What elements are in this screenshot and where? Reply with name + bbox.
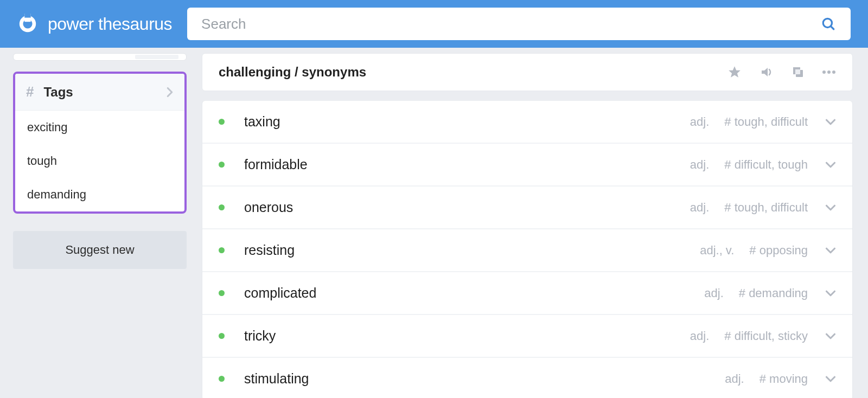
results-list: taxing adj. # tough, difficult formidabl…: [202, 101, 853, 398]
result-word[interactable]: resisting: [244, 242, 700, 258]
chevron-down-icon[interactable]: [825, 204, 836, 211]
chevron-down-icon[interactable]: [825, 247, 836, 254]
result-pos: adj.: [690, 201, 709, 215]
result-row: complicated adj. # demanding: [202, 271, 852, 314]
result-tags[interactable]: # opposing: [749, 243, 808, 258]
brand-name: power thesaurus: [48, 14, 172, 34]
suggest-new-button[interactable]: Suggest new: [13, 231, 187, 269]
status-dot-icon: [219, 204, 225, 210]
result-row: resisting adj., v. # opposing: [202, 228, 852, 271]
result-row: onerous adj. # tough, difficult: [202, 185, 852, 228]
result-pos: adj.: [704, 286, 723, 300]
sidebar: # Tags exciting tough demanding Suggest …: [0, 48, 196, 398]
result-word[interactable]: formidable: [244, 157, 690, 172]
search-icon[interactable]: [820, 16, 837, 32]
chevron-right-icon: [166, 87, 174, 98]
status-dot-icon: [219, 162, 225, 168]
result-pos: adj.: [690, 158, 709, 172]
speaker-icon[interactable]: [759, 66, 774, 79]
brand-area[interactable]: power thesaurus: [17, 14, 172, 34]
result-pos: adj., v.: [700, 243, 734, 258]
status-dot-icon: [219, 290, 225, 296]
status-dot-icon: [219, 376, 225, 382]
page-title-bar: challenging / synonyms: [202, 53, 853, 91]
svg-point-13: [827, 70, 831, 74]
search-input[interactable]: [201, 16, 820, 33]
search-box[interactable]: [187, 8, 851, 40]
chevron-down-icon[interactable]: [825, 332, 836, 340]
tags-panel: # Tags exciting tough demanding: [13, 72, 187, 214]
result-pos: adj.: [690, 329, 709, 343]
svg-rect-3: [24, 14, 30, 18]
chevron-down-icon[interactable]: [825, 290, 836, 297]
copy-icon[interactable]: [792, 66, 805, 79]
result-row: formidable adj. # difficult, tough: [202, 143, 852, 185]
sidebar-placeholder-card: [13, 53, 187, 61]
tag-item[interactable]: tough: [15, 144, 184, 178]
tags-title: Tags: [43, 85, 166, 100]
svg-line-5: [831, 26, 833, 29]
tag-item[interactable]: exciting: [15, 111, 184, 144]
hash-icon: #: [26, 84, 34, 100]
svg-point-12: [822, 70, 826, 74]
result-word[interactable]: complicated: [244, 285, 704, 301]
tag-item[interactable]: demanding: [15, 178, 184, 211]
result-word[interactable]: taxing: [244, 114, 690, 130]
status-dot-icon: [219, 119, 225, 125]
star-icon[interactable]: [727, 65, 742, 79]
status-dot-icon: [219, 333, 225, 339]
result-tags[interactable]: # tough, difficult: [724, 201, 808, 215]
result-pos: adj.: [725, 372, 744, 386]
result-tags[interactable]: # demanding: [739, 286, 808, 300]
app-header: power thesaurus: [0, 0, 868, 48]
more-icon[interactable]: [822, 70, 836, 74]
svg-marker-6: [729, 66, 741, 78]
chevron-down-icon[interactable]: [825, 375, 836, 383]
result-word[interactable]: tricky: [244, 328, 690, 344]
result-tags[interactable]: # tough, difficult: [724, 115, 808, 129]
result-pos: adj.: [690, 115, 709, 129]
result-word[interactable]: onerous: [244, 200, 690, 215]
brand-logo-icon: [17, 14, 38, 34]
result-row: taxing adj. # tough, difficult: [202, 101, 852, 143]
result-row: tricky adj. # difficult, sticky: [202, 314, 852, 357]
svg-point-14: [832, 70, 835, 74]
main-content: challenging / synonyms taxin: [196, 48, 868, 398]
page-title: challenging / synonyms: [219, 65, 727, 80]
tags-header[interactable]: # Tags: [15, 74, 184, 111]
result-word[interactable]: stimulating: [244, 371, 725, 387]
result-tags[interactable]: # difficult, tough: [724, 158, 808, 172]
chevron-down-icon[interactable]: [825, 118, 836, 126]
result-row: stimulating adj. # moving: [202, 357, 852, 398]
result-tags[interactable]: # difficult, sticky: [724, 329, 808, 343]
chevron-down-icon[interactable]: [825, 161, 836, 169]
svg-marker-7: [762, 68, 768, 76]
status-dot-icon: [219, 247, 225, 253]
title-actions: [727, 65, 836, 79]
svg-rect-11: [793, 67, 795, 74]
result-tags[interactable]: # moving: [760, 372, 808, 386]
